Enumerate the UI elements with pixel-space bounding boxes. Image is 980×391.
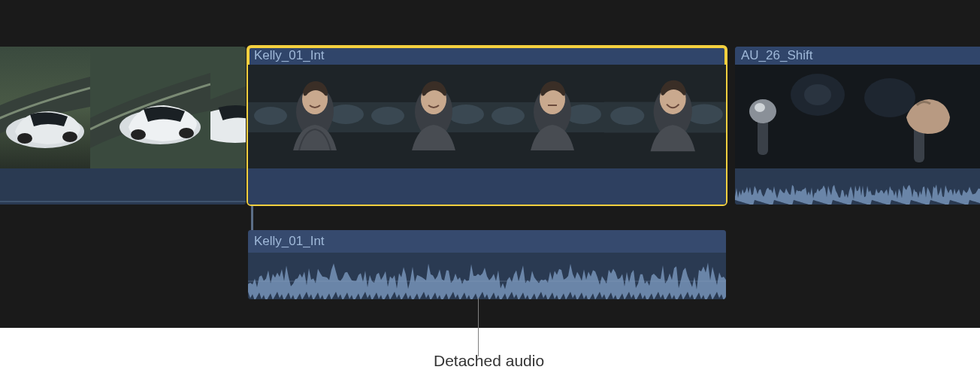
annotation-label: Detached audio [434, 352, 544, 370]
annotation-leader-line [478, 298, 479, 356]
svg-point-7 [179, 128, 194, 138]
svg-point-6 [131, 129, 146, 140]
video-clip-au-26-shift[interactable]: AU_26_Shift [735, 47, 980, 205]
secondary-audio-track: Kelly_01_Int [0, 226, 980, 301]
svg-rect-10 [0, 168, 246, 205]
svg-point-34 [804, 84, 831, 105]
video-clip-kelly-01-int[interactable]: Kelly_01_Int [248, 47, 726, 205]
svg-point-37 [755, 103, 765, 112]
svg-point-3 [62, 132, 77, 142]
clip-title: Kelly_01_Int [248, 230, 726, 253]
clip-thumbnail [0, 47, 90, 168]
video-clip-1[interactable] [0, 47, 246, 205]
clip-thumbnail [485, 65, 604, 168]
clip-thumbnail [854, 65, 972, 168]
svg-point-36 [749, 99, 776, 123]
clip-thumbnail [735, 65, 854, 168]
svg-point-18 [371, 107, 404, 125]
clip-thumbnail [248, 65, 367, 168]
clip-audio-strip[interactable] [248, 168, 726, 205]
svg-point-39 [864, 78, 915, 117]
svg-point-23 [492, 107, 525, 125]
svg-rect-41 [972, 65, 980, 168]
svg-point-28 [610, 107, 644, 126]
primary-storyline: Kelly_01_Int [0, 47, 980, 209]
clip-title: Kelly_01_Int [248, 47, 726, 65]
svg-point-13 [254, 107, 287, 125]
clip-title: AU_26_Shift [735, 47, 980, 65]
timeline-area[interactable]: Kelly_01_Int [0, 0, 980, 328]
svg-point-2 [17, 133, 32, 144]
detached-audio-clip-kelly-01-int[interactable]: Kelly_01_Int [248, 230, 726, 299]
svg-rect-31 [248, 168, 726, 205]
clip-audio-strip[interactable] [0, 168, 246, 205]
svg-point-19 [448, 105, 484, 124]
clip-thumbnail [90, 47, 210, 168]
clip-thumbnail [972, 65, 980, 168]
clip-thumbnail [210, 47, 246, 168]
clip-thumbnail [604, 65, 726, 168]
clip-thumbnail [367, 65, 485, 168]
audio-waveform[interactable] [248, 253, 726, 299]
clip-audio-strip[interactable] [735, 168, 980, 205]
